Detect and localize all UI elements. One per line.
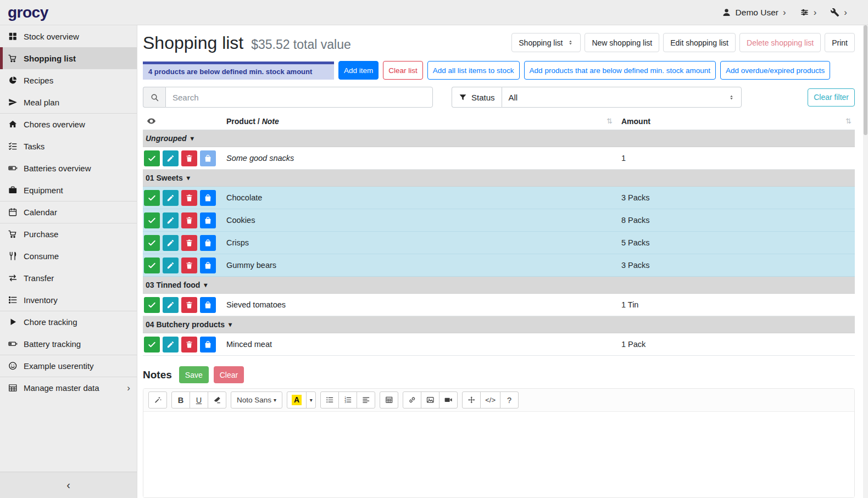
sidebar-item-meal-plan[interactable]: Meal plan bbox=[0, 91, 137, 113]
save-notes-button[interactable]: Save bbox=[179, 366, 209, 383]
edit-item-button[interactable] bbox=[163, 258, 179, 273]
sidebar-item-batteries-overview[interactable]: Batteries overview bbox=[0, 157, 137, 179]
clear-filter-button[interactable]: Clear filter bbox=[808, 88, 855, 107]
check-icon bbox=[148, 239, 156, 247]
bold-button[interactable]: B bbox=[171, 391, 190, 409]
sidebar-item-label: Chore tracking bbox=[24, 317, 77, 327]
add-to-stock-button[interactable] bbox=[200, 235, 216, 251]
editor-toolbar: BUNoto Sans▾A▾123</>? bbox=[143, 389, 854, 412]
sidebar-item-label: Purchase bbox=[24, 230, 58, 239]
delete-item-button[interactable] bbox=[181, 297, 197, 313]
shopping-list-selector[interactable]: Shopping list bbox=[511, 33, 581, 52]
highlight-color-caret[interactable]: ▾ bbox=[306, 391, 316, 409]
edit-item-button[interactable] bbox=[163, 297, 179, 313]
vertical-scrollbar[interactable] bbox=[863, 25, 868, 498]
product-cell: Cookies bbox=[226, 216, 620, 225]
scrollbar-thumb[interactable] bbox=[864, 25, 867, 135]
sidebar-item-chores-overview[interactable]: Chores overview bbox=[0, 113, 137, 135]
add-to-stock-button[interactable] bbox=[200, 297, 216, 313]
sidebar-collapse-button[interactable]: ‹ bbox=[0, 472, 137, 498]
consume-icon bbox=[7, 251, 19, 261]
amount-column-header[interactable]: Amount ⇅ bbox=[620, 117, 855, 126]
paragraph-style-button[interactable] bbox=[357, 391, 375, 409]
code-view-button[interactable]: </> bbox=[480, 391, 500, 409]
mark-done-button[interactable] bbox=[144, 297, 160, 313]
font-family-select[interactable]: Noto Sans▾ bbox=[231, 391, 282, 409]
group-header-ungrouped[interactable]: Ungrouped▾ bbox=[143, 130, 855, 147]
user-menu[interactable]: Demo User › bbox=[722, 8, 786, 18]
add-to-stock-button[interactable] bbox=[200, 212, 216, 228]
add-below-min-stock-button[interactable]: Add products that are below defined min.… bbox=[524, 61, 716, 80]
clear-format-button[interactable] bbox=[208, 391, 226, 409]
new-shopping-list-button[interactable]: New shopping list bbox=[585, 33, 659, 52]
underline-button[interactable]: U bbox=[190, 391, 208, 409]
add-overdue-button[interactable]: Add overdue/expired products bbox=[720, 61, 830, 80]
sidebar-item-stock-overview[interactable]: Stock overview bbox=[0, 25, 137, 47]
add-to-stock-button[interactable] bbox=[200, 337, 216, 352]
clear-list-button[interactable]: Clear list bbox=[383, 61, 423, 80]
ordered-list-button[interactable]: 123 bbox=[338, 391, 357, 409]
mark-done-button[interactable] bbox=[144, 258, 160, 273]
settings-menu[interactable]: › bbox=[800, 8, 817, 17]
sidebar-item-battery-tracking[interactable]: Battery tracking bbox=[0, 333, 137, 355]
insert-picture-button[interactable] bbox=[421, 391, 439, 409]
editor-content[interactable] bbox=[143, 412, 854, 498]
product-column-header[interactable]: Product /Note ⇅ bbox=[226, 117, 620, 126]
add-item-button[interactable]: Add item bbox=[338, 61, 379, 80]
sidebar-item-consume[interactable]: Consume bbox=[0, 245, 137, 267]
group-header-04-butchery-products[interactable]: 04 Butchery products▾ bbox=[143, 316, 855, 333]
mark-done-button[interactable] bbox=[144, 150, 160, 166]
delete-item-button[interactable] bbox=[181, 258, 197, 273]
help-button[interactable]: ? bbox=[500, 391, 519, 409]
search-input[interactable] bbox=[165, 87, 433, 108]
sidebar-item-inventory[interactable]: Inventory bbox=[0, 289, 137, 311]
sidebar-item-purchase[interactable]: Purchase bbox=[0, 223, 137, 245]
add-all-to-stock-button[interactable]: Add all list items to stock bbox=[427, 61, 520, 80]
edit-item-button[interactable] bbox=[163, 212, 179, 228]
insert-video-button[interactable] bbox=[439, 391, 458, 409]
unordered-list-button[interactable] bbox=[320, 391, 339, 409]
delete-item-button[interactable] bbox=[181, 212, 197, 228]
sidebar-item-calendar[interactable]: Calendar bbox=[0, 201, 137, 223]
sidebar-item-manage-master-data[interactable]: Manage master data› bbox=[0, 377, 137, 399]
mark-done-button[interactable] bbox=[144, 212, 160, 228]
edit-item-button[interactable] bbox=[163, 150, 179, 166]
fullscreen-button[interactable] bbox=[462, 391, 481, 409]
magic-style-button[interactable] bbox=[148, 391, 167, 409]
print-button[interactable]: Print bbox=[825, 33, 855, 52]
delete-item-button[interactable] bbox=[181, 190, 197, 206]
group-header-03-tinned-food[interactable]: 03 Tinned food▾ bbox=[143, 277, 855, 294]
sidebar-item-chore-tracking[interactable]: Chore tracking bbox=[0, 311, 137, 333]
eye-icon[interactable] bbox=[147, 116, 156, 126]
add-to-stock-button[interactable] bbox=[200, 190, 216, 206]
sidebar-item-equipment[interactable]: Equipment bbox=[0, 179, 137, 201]
highlight-color-button[interactable]: A bbox=[287, 391, 307, 409]
app-logo[interactable]: grocy bbox=[8, 4, 48, 21]
sidebar-item-recipes[interactable]: Recipes bbox=[0, 69, 137, 91]
sidebar-item-example-userentity[interactable]: Example userentity bbox=[0, 355, 137, 377]
add-to-stock-button[interactable] bbox=[200, 150, 216, 166]
delete-item-button[interactable] bbox=[181, 150, 197, 166]
mark-done-button[interactable] bbox=[144, 235, 160, 251]
sidebar-item-shopping-list[interactable]: Shopping list bbox=[0, 47, 137, 69]
admin-menu[interactable]: › bbox=[830, 8, 847, 17]
sidebar-item-label: Calendar bbox=[24, 208, 57, 217]
edit-item-button[interactable] bbox=[163, 337, 179, 352]
clear-notes-button[interactable]: Clear bbox=[214, 366, 244, 383]
status-filter-select[interactable]: All bbox=[502, 87, 742, 108]
mark-done-button[interactable] bbox=[144, 337, 160, 352]
edit-item-button[interactable] bbox=[163, 235, 179, 251]
sidebar-item-transfer[interactable]: Transfer bbox=[0, 267, 137, 289]
delete-item-button[interactable] bbox=[181, 337, 197, 352]
below-min-stock-alert[interactable]: 4 products are below defined min. stock … bbox=[143, 61, 334, 80]
add-to-stock-button[interactable] bbox=[200, 258, 216, 273]
insert-link-button[interactable] bbox=[403, 391, 421, 409]
sidebar-item-tasks[interactable]: Tasks bbox=[0, 135, 137, 157]
edit-shopping-list-button[interactable]: Edit shopping list bbox=[663, 33, 736, 52]
insert-table-button[interactable] bbox=[380, 391, 398, 409]
group-header-01-sweets[interactable]: 01 Sweets▾ bbox=[143, 170, 855, 187]
delete-item-button[interactable] bbox=[181, 235, 197, 251]
mark-done-button[interactable] bbox=[144, 190, 160, 206]
delete-shopping-list-button[interactable]: Delete shopping list bbox=[739, 33, 821, 52]
edit-item-button[interactable] bbox=[163, 190, 179, 206]
